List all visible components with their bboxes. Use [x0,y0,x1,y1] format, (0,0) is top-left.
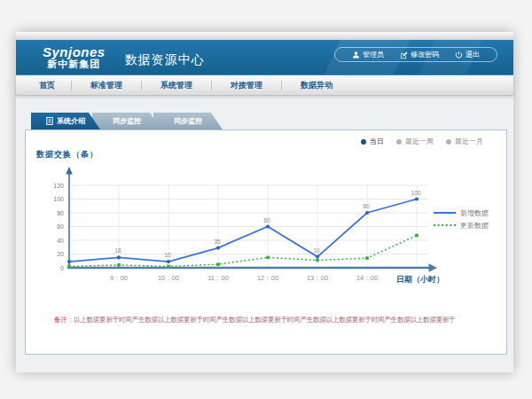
x-tick-label: 14：00 [356,274,378,282]
data-point-marker [266,256,270,260]
data-point-marker [266,224,270,228]
brand-name-cn: 新中新集团 [43,59,106,70]
data-point-label: 10 [313,247,320,254]
brand-logo: Synjones 新中新集团 [43,45,106,69]
radio-dot-icon [446,139,451,145]
data-point-marker [415,197,419,200]
data-point-marker [167,260,170,263]
footnote-label: 备注 [54,316,67,324]
data-point-marker [216,262,220,266]
admin-user-label: 管理员 [363,50,384,59]
y-tick-label: 100 [53,196,64,202]
document-icon [46,117,53,125]
radio-label: 最近一周 [405,137,434,146]
x-tick-label: 13：00 [307,274,328,282]
brand-name-en: Synjones [43,45,106,59]
data-point-marker [316,259,319,262]
window-top-strip [16,32,513,40]
data-point-marker [316,255,319,259]
page-title: 数据资源中心 [125,52,205,68]
data-point-label: 35 [214,239,221,245]
admin-user-button[interactable]: 管理员 [344,50,392,59]
data-point-marker [117,255,121,259]
y-tick-label: 40 [57,238,64,244]
chart-panel: 当日 最近一周 最近一月 数据交换（条） 0204060801001201810… [25,129,507,355]
nav-item-data-change[interactable]: 数据异动 [282,80,351,91]
power-icon [455,51,463,59]
legend-label: 更新数据 [460,222,489,230]
x-tick-label: 12：00 [257,274,278,282]
user-icon [352,51,360,59]
main-nav: 首页 标准管理 系统管理 对接管理 数据异动 [16,75,513,96]
y-tick-label: 80 [57,210,64,216]
change-password-button[interactable]: 修改密码 [392,50,447,59]
edit-icon [400,51,408,59]
data-point-label: 100 [411,190,421,196]
data-point-marker [167,265,170,269]
y-tick-label: 0 [60,265,64,271]
tab-label: 同步监控 [113,117,141,125]
data-point-label: 80 [363,203,370,209]
tab-label: 同步监控 [174,117,202,125]
nav-item-interface-mgmt[interactable]: 对接管理 [212,80,281,91]
tab-sync-monitor-1[interactable]: 同步监控 [92,113,161,129]
data-point-label: 10 [164,252,171,258]
tab-system-intro[interactable]: 系统介绍 [31,113,100,129]
y-tick-label: 120 [53,183,64,189]
radio-label: 最近一月 [455,137,483,146]
nav-item-system-mgmt[interactable]: 系统管理 [142,80,211,91]
logout-label: 退出 [466,50,480,59]
footnote-text: ：以上数据更新于时间产生数据以上数据更新于时间产生数据以上数据更新于时间产生数据… [67,316,456,324]
radio-label: 当日 [370,137,384,146]
main-content: 系统介绍 同步监控 同步监控 当日 最近一周 [16,96,513,372]
x-tick-label: 10：00 [158,274,179,282]
footnote: 备注：以上数据更新于时间产生数据以上数据更新于时间产生数据以上数据更新于时间产生… [54,316,497,325]
data-point-marker [365,211,369,215]
x-tick-label: 9：00 [110,274,128,282]
legend-label: 新增数据 [460,209,489,217]
x-axis-arrow-icon [429,263,438,272]
data-point-marker [216,246,220,249]
logout-button[interactable]: 退出 [447,50,488,59]
x-tick-label: 11：00 [207,274,229,282]
nav-item-home[interactable]: 首页 [16,80,71,91]
data-point-label: 60 [263,217,270,223]
y-tick-label: 60 [57,223,64,230]
data-point-marker [67,265,71,269]
user-toolbar: 管理员 修改密码 退出 [334,47,497,62]
app-header: Synjones 新中新集团 数据资源中心 管理员 修改密码 [16,40,513,75]
data-point-marker [415,234,419,238]
change-password-label: 修改密码 [411,50,439,59]
data-point-marker [67,260,71,263]
data-point-marker [117,263,121,267]
line-chart: 0204060801001201810356010801009：0010：001… [27,165,506,300]
data-point-marker [365,256,369,260]
data-point-label: 18 [114,247,121,254]
y-axis-title: 数据交换（条） [36,149,98,160]
radio-dot-icon [396,139,402,145]
radio-last-month[interactable]: 最近一月 [446,137,483,146]
radio-dot-icon [361,139,366,145]
app-window: Synjones 新中新集团 数据资源中心 管理员 修改密码 [16,32,513,372]
tab-sync-monitor-2[interactable]: 同步监控 [153,113,223,129]
radio-last-week[interactable]: 最近一周 [396,137,434,146]
tab-label: 系统介绍 [57,113,85,129]
y-tick-label: 20 [57,251,64,257]
time-range-filter: 当日 最近一周 最近一月 [361,137,483,146]
x-axis-title: 日期（小时） [396,275,444,284]
tab-bar: 系统介绍 同步监控 同步监控 [31,113,215,129]
y-axis-arrow-icon [66,167,73,175]
radio-today[interactable]: 当日 [361,137,384,146]
nav-item-standard-mgmt[interactable]: 标准管理 [72,80,141,91]
